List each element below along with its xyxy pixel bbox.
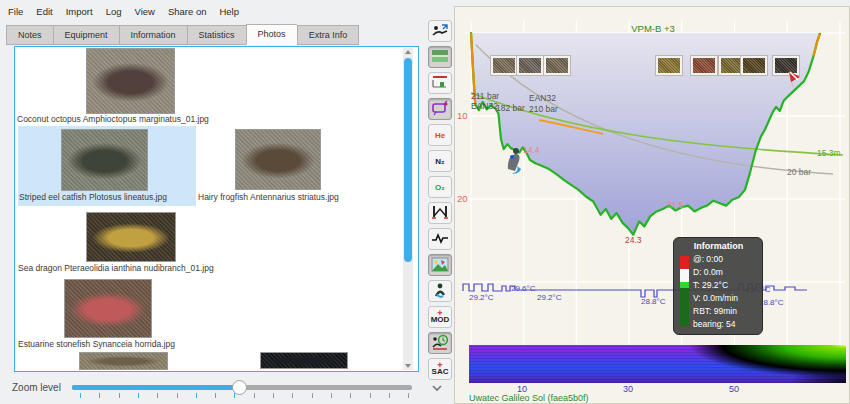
sac-icon: ✛SAC (432, 363, 449, 376)
photo-caption: Hairy frogfish Antennarius striatus.jpg (198, 192, 339, 202)
toggle-mean-depth-button[interactable] (428, 46, 452, 68)
slider-tick (138, 393, 139, 398)
toolbar-scroll-down-icon[interactable] (431, 384, 443, 394)
toggle-heart-rate-button[interactable] (428, 228, 452, 250)
gas-label: 15.3m (817, 148, 841, 158)
ceiling-icon (431, 74, 449, 92)
toggle-mod-button[interactable]: ✛MOD (428, 306, 452, 328)
depth-axis-label: 10 (457, 110, 468, 121)
photo-thumbnail[interactable] (260, 352, 348, 369)
toggle-ruler-button[interactable] (428, 202, 452, 224)
menu-file[interactable]: File (8, 6, 23, 17)
profile-toolbar: HeN₂O₂✛MOD✛SAC (426, 20, 454, 384)
photo-thumbnail[interactable] (61, 129, 148, 191)
toggle-ndl-tts-button[interactable] (428, 332, 452, 354)
menu-edit[interactable]: Edit (36, 6, 52, 17)
toggle-he-graph-button[interactable]: He (428, 124, 452, 146)
tissue-heatmap (469, 345, 846, 383)
slider-tick (350, 393, 351, 398)
toggle-calculated-ceiling-button[interactable] (428, 72, 452, 94)
toggle-dc-ceiling-button[interactable] (428, 20, 452, 42)
ndl-icon (431, 334, 449, 352)
info-row: T: 29.2°C (693, 279, 758, 292)
toggle-tissues-button[interactable] (428, 280, 452, 302)
tab-statistics[interactable]: Statistics (187, 25, 246, 45)
photo-thumbnail[interactable] (64, 279, 152, 338)
photo-caption: Striped eel catfish Plotosus lineatus.jp… (19, 192, 167, 202)
toggle-o2-graph-button[interactable]: O₂ (428, 176, 452, 198)
menu-view[interactable]: View (134, 6, 154, 17)
tissue-heatmap-overlay (688, 345, 846, 383)
slider-tick (370, 393, 371, 398)
photo-caption: Estuarine stonefish Synanceia horrida.jp… (18, 339, 175, 349)
tab-extra-info[interactable]: Extra Info (297, 25, 360, 45)
ruler-icon (431, 204, 449, 222)
scroll-up-icon[interactable] (405, 50, 411, 54)
tissues-icon (432, 282, 448, 300)
tab-photos[interactable]: Photos (246, 24, 297, 45)
menu-import[interactable]: Import (66, 6, 93, 17)
subsurface-window: FileEditImportLogViewShare onHelp NotesE… (0, 0, 850, 404)
photo-thumbnail[interactable] (86, 212, 176, 262)
dc-icon (431, 100, 449, 118)
tab-notes[interactable]: Notes (6, 25, 53, 45)
mean-depth-icon (431, 49, 449, 65)
info-tooltip-title: Information (679, 241, 758, 251)
gas-label: 20 bar (787, 167, 811, 177)
diver-event-icon[interactable] (503, 145, 527, 179)
diver-up-icon (431, 22, 449, 40)
slider-tick (99, 393, 100, 398)
slider-tick (312, 393, 313, 398)
photo-icon (431, 257, 449, 274)
dive-flag-icon (785, 69, 801, 91)
photo-thumbnail[interactable] (79, 352, 168, 370)
toggle-sac-button[interactable]: ✛SAC (428, 358, 452, 380)
chart-photo-marker[interactable] (656, 56, 682, 75)
slider-tick (273, 393, 274, 398)
zoom-slider-handle[interactable] (232, 380, 247, 395)
chart-photo-marker[interactable] (544, 56, 570, 75)
chart-photo-marker[interactable] (741, 56, 767, 75)
gas-label: EAN32 (529, 93, 556, 103)
he-icon: He (435, 131, 445, 140)
toolbar-label: MOD (431, 315, 450, 324)
dive-profile-chart[interactable]: VPM-B +3 211 barEAN32182 barEAN32210 bar… (454, 6, 850, 404)
toolbar-label: He (435, 131, 445, 140)
tab-equipment[interactable]: Equipment (53, 25, 119, 45)
heart-rate-icon (431, 231, 449, 247)
gas-label: 21.5 (667, 200, 684, 210)
menu-help[interactable]: Help (219, 6, 239, 17)
info-row: D: 0.0m (693, 266, 758, 279)
depth-axis-label: 20 (457, 193, 468, 204)
gas-label: 211 bar (471, 91, 499, 101)
zoom-slider-fill (72, 385, 240, 390)
photo-thumbnail[interactable] (235, 129, 321, 190)
slider-tick (254, 393, 255, 398)
dive-computer-label: Uwatec Galileo Sol (faea5b0f) (469, 393, 589, 403)
chart-photo-marker[interactable] (691, 56, 717, 75)
toggle-photos-button[interactable] (428, 254, 452, 276)
temp-label: 29.2°C (537, 293, 562, 302)
info-colorbar-block (680, 288, 689, 326)
menu-share-on[interactable]: Share on (168, 6, 207, 17)
slider-tick (80, 393, 81, 398)
slider-tick (196, 393, 197, 398)
gas-label: 210 bar (529, 104, 558, 114)
info-tooltip-rows: @: 0:00D: 0.0mT: 29.2°CV: 0.0m/minRBT: 9… (693, 253, 758, 331)
toolbar-label: N₂ (435, 157, 444, 166)
toggle-n2-graph-button[interactable]: N₂ (428, 150, 452, 172)
scroll-down-icon[interactable] (405, 364, 411, 368)
menu-log[interactable]: Log (106, 6, 122, 17)
chart-photo-marker[interactable] (491, 56, 517, 75)
tab-information[interactable]: Information (119, 25, 187, 45)
slider-tick (408, 393, 409, 398)
toolbar-label: SAC (432, 367, 449, 376)
scrollbar-thumb[interactable] (404, 58, 412, 262)
zoom-level-label: Zoom level (12, 382, 61, 393)
toggle-dc-reported-ceiling-button[interactable] (428, 98, 452, 120)
info-row: bearing: 54 (693, 318, 758, 331)
temp-label: 28.8°C (641, 297, 666, 306)
photo-thumbnail[interactable] (86, 48, 175, 114)
chart-photo-marker[interactable] (517, 56, 543, 75)
slider-tick (389, 393, 390, 398)
